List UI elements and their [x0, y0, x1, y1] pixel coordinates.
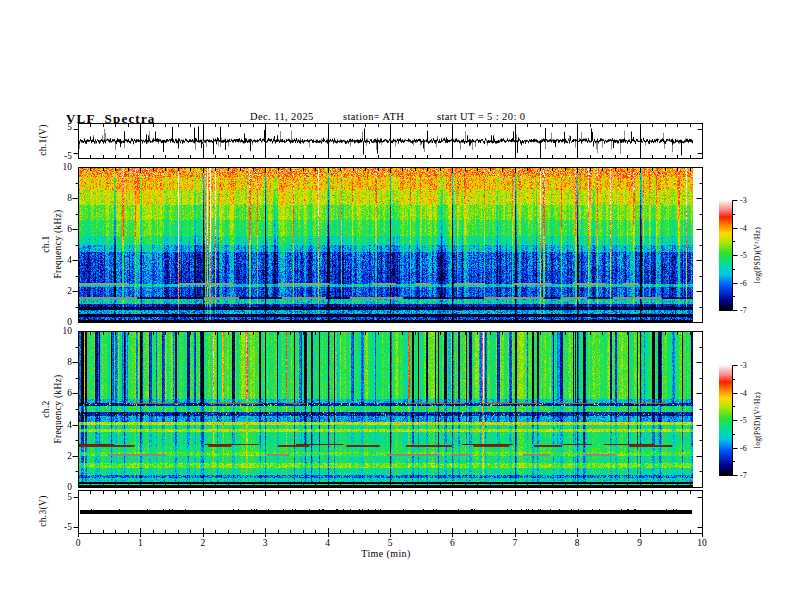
ch3-wave-ytick-label: 5 — [67, 492, 72, 502]
ch2-spec-ytick-label: 10 — [63, 326, 73, 336]
ch1-spectrogram-canvas — [70, 167, 709, 323]
x-tick-label: 3 — [263, 538, 268, 548]
ch2-spec-freq-label: Frequency (kHz) — [53, 374, 63, 443]
ch2-spec-channel-label: ch.2 — [41, 400, 51, 417]
x-tick-label: 5 — [388, 538, 393, 548]
vlf-spectra-figure: VLF Spectra Dec. 11, 2025 station= ATH s… — [0, 0, 792, 612]
x-tick-label: 10 — [697, 538, 707, 548]
ch2-spec-ytick-label: 2 — [67, 451, 72, 461]
colorbar1-label: log(PSD)(V²/Hz) — [753, 227, 762, 283]
ch1-wave-ytick-label: -5 — [64, 151, 72, 161]
ch1-waveform-canvas — [70, 123, 709, 159]
colorbar2-tick-label: -7 — [740, 471, 747, 480]
x-tick-label: 2 — [200, 538, 205, 548]
figure-date: Dec. 11, 2025 — [250, 111, 314, 122]
ch1-wave-ylabel: ch.1(V) — [38, 124, 48, 155]
x-tick-label: 1 — [138, 538, 143, 548]
colorbar2-tick-label: -4 — [740, 388, 747, 397]
ch2-spec-ytick-label: 0 — [67, 482, 72, 492]
x-tick-label: 0 — [76, 538, 81, 548]
ch1-spec-freq-label: Frequency (kHz) — [53, 209, 63, 278]
ch2-spec-ytick-label: 6 — [67, 388, 72, 398]
time-axis-label: Time (min) — [361, 548, 410, 559]
colorbar1-tick-label: -6 — [740, 278, 747, 287]
figure-station: station= ATH — [343, 111, 404, 122]
colorbar2-label: log(PSD)(V²/Hz) — [753, 392, 762, 448]
x-tick-label: 6 — [450, 538, 455, 548]
ch3-waveform-canvas — [70, 490, 709, 538]
x-tick-label: 8 — [575, 538, 580, 548]
ch1-spec-ytick-label: 2 — [67, 286, 72, 296]
colorbar2-tick-label: -3 — [740, 361, 747, 370]
ch1-spec-channel-label: ch.1 — [41, 235, 51, 252]
ch1-spec-ytick-label: 10 — [63, 162, 73, 172]
ch1-spec-ytick-label: 4 — [67, 255, 72, 265]
ch1-wave-ytick-label: 5 — [67, 122, 72, 132]
x-tick-label: 9 — [637, 538, 642, 548]
colorbar2-tick-label: -6 — [740, 443, 747, 452]
plot-area: VLF Spectra Dec. 11, 2025 station= ATH s… — [0, 0, 792, 612]
ch1-spec-ytick-label: 6 — [67, 224, 72, 234]
ch1-spec-ytick-label: 8 — [67, 193, 72, 203]
ch2-spectrogram-canvas — [70, 331, 709, 488]
ch2-spec-ytick-label: 4 — [67, 420, 72, 430]
colorbar1-tick-label: -4 — [740, 223, 747, 232]
ch3-wave-ylabel: ch.3(V) — [38, 495, 48, 526]
colorbar2-canvas — [719, 365, 739, 476]
colorbar1-tick-label: -3 — [740, 196, 747, 205]
x-tick-label: 7 — [512, 538, 517, 548]
x-tick-label: 4 — [325, 538, 330, 548]
colorbar1-tick-label: -5 — [740, 251, 747, 260]
colorbar1-tick-label: -7 — [740, 306, 747, 315]
ch2-spec-ytick-label: 8 — [67, 357, 72, 367]
colorbar2-tick-label: -5 — [740, 416, 747, 425]
ch3-wave-ytick-label: -5 — [64, 522, 72, 532]
figure-start-time: start UT = 5 : 20: 0 — [437, 111, 525, 122]
colorbar1-canvas — [719, 200, 739, 311]
